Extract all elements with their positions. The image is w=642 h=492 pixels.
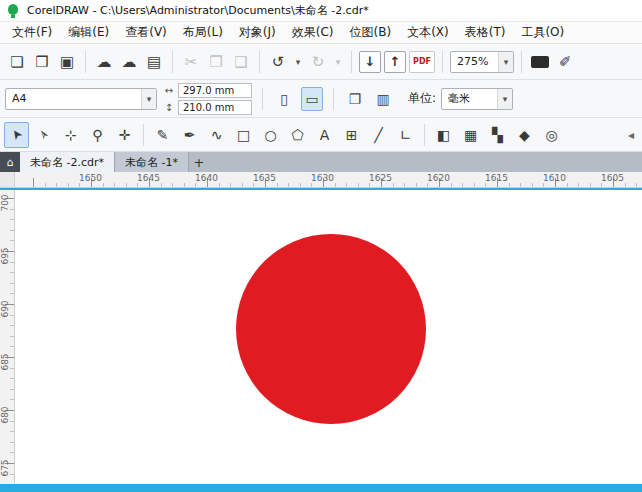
current-page-button[interactable]: ▥ [372,87,394,111]
paste-button[interactable]: ❑ [230,50,252,74]
page-dimensions-group: ↔ 297.0 mm ↕ 210.0 mm [163,83,252,115]
pan-tool[interactable]: ✛ [112,122,137,148]
zoom-caret-icon[interactable]: ▾ [498,52,513,72]
undo-button[interactable]: ↺ [267,50,289,74]
hruler-label: 1615 [485,173,508,183]
cloud-open-button[interactable]: ☁ [93,50,115,74]
menu-text[interactable]: 文本(X) [399,22,457,43]
page-size-combo[interactable]: A4 ▾ [5,88,157,110]
menu-object[interactable]: 对象(J) [231,22,284,43]
pen-tool[interactable]: ✒ [177,122,202,148]
vruler-label: 690 [0,295,10,323]
toolbar-separator [351,51,352,73]
page-size-value: A4 [6,92,141,105]
rectangle-tool[interactable]: □ [231,122,256,148]
toolbox: ➤ ➢ ⊹ ⚲ ✛ ✎ ✒ ∿ □ ○ ⬠ A ⊞ ╱ ∟ ◧ ▦ ▚ ◆ ◎ … [0,118,642,152]
page-width-field[interactable]: 297.0 mm [178,83,252,98]
redo-button[interactable]: ↻ [307,50,329,74]
save-button[interactable]: ▣ [56,50,78,74]
units-caret-icon[interactable]: ▾ [497,89,512,109]
mesh-fill-tool[interactable]: ▦ [458,122,483,148]
new-document-button[interactable]: ❏ [6,50,28,74]
tab-document-1[interactable]: 未命名 -1* [115,152,189,172]
logo-balloon [8,4,18,15]
zoom-level-combo[interactable]: 275% ▾ [450,51,514,73]
toolbox-separator [424,124,425,146]
shape-tool[interactable]: ➢ [31,122,56,148]
open-button[interactable]: ❒ [31,50,53,74]
vruler-label: 700 [0,189,10,217]
portrait-button[interactable]: ▯ [273,87,295,111]
vertical-ruler[interactable]: 700 695 690 685 680 675 [0,190,15,484]
units-label: 单位: [408,90,436,107]
menu-bitmaps[interactable]: 位图(B) [342,22,400,43]
coreldraw-window: CorelDRAW - C:\Users\Administrator\Docum… [0,0,642,492]
eyedropper-tool[interactable]: ◆ [512,122,537,148]
hruler-label: 1640 [195,173,218,183]
red-circle-object[interactable] [236,234,426,424]
ellipse-tool[interactable]: ○ [258,122,283,148]
text-tool[interactable]: A [312,122,337,148]
toolbar-separator [442,51,443,73]
propbar-separator [333,88,334,110]
menu-edit[interactable]: 编辑(E) [60,22,117,43]
cut-button[interactable]: ✂ [180,50,202,74]
freehand-tool[interactable]: ✎ [150,122,175,148]
crop-tool[interactable]: ⊹ [58,122,83,148]
new-tab-button[interactable]: + [189,152,209,172]
home-tab-icon[interactable]: ⌂ [0,152,20,172]
import-button[interactable]: ↓ [359,51,381,73]
table-tool[interactable]: ⊞ [339,122,364,148]
cloud-save-button[interactable]: ☁ [118,50,140,74]
menu-view[interactable]: 查看(V) [117,22,175,43]
horizontal-ruler[interactable]: 1650 1645 1640 1635 1630 1625 1620 1615 … [15,172,642,187]
export-button[interactable]: ↑ [384,51,406,73]
vruler-label: 685 [0,348,10,376]
fullscreen-preview-button[interactable] [529,50,551,74]
undo-dropdown-caret-icon[interactable]: ▾ [292,50,304,74]
hruler-label: 1620 [427,173,450,183]
standard-toolbar: ❏ ❒ ▣ ☁ ☁ ▤ ✂ ❐ ❑ ↺ ▾ ↻ ▾ ↓ ↑ PDF 275% ▾… [0,44,642,80]
shape-tool-icon: ➢ [34,126,53,144]
all-pages-button[interactable]: ❐ [344,87,366,111]
zoom-tool[interactable]: ⚲ [85,122,110,148]
fullscreen-icon [531,56,549,68]
ruler-origin-corner[interactable] [0,172,15,187]
options-button[interactable]: ✐ [554,50,576,74]
toolbox-scroll-left-icon[interactable]: ◂ [624,122,638,148]
redo-dropdown-caret-icon[interactable]: ▾ [332,50,344,74]
height-icon: ↕ [163,102,175,113]
hruler-label: 1625 [369,173,392,183]
transparency-tool[interactable]: ▚ [485,122,510,148]
property-bar: A4 ▾ ↔ 297.0 mm ↕ 210.0 mm ▯ ▭ ❐ ▥ 单位: 毫… [0,80,642,118]
page-height-row: ↕ 210.0 mm [163,100,252,115]
pick-tool[interactable]: ➤ [4,122,29,148]
polygon-tool[interactable]: ⬠ [285,122,310,148]
menu-bar: 文件(F) 编辑(E) 查看(V) 布局(L) 对象(J) 效果(C) 位图(B… [0,22,642,44]
print-button[interactable]: ▤ [143,50,165,74]
menu-tools[interactable]: 工具(O) [513,22,572,43]
publish-pdf-button[interactable]: PDF [409,51,435,73]
page-size-caret-icon[interactable]: ▾ [141,89,156,109]
coreldraw-logo-icon [6,3,20,19]
drawing-canvas[interactable] [15,190,642,484]
units-combo[interactable]: 毫米 ▾ [441,88,513,110]
tab-document-2[interactable]: 未命名 -2.cdr* [20,152,115,172]
interactive-fill-tool[interactable]: ◧ [431,122,456,148]
vruler-label: 695 [0,242,10,270]
menu-layout[interactable]: 布局(L) [175,22,231,43]
b-spline-tool[interactable]: ∿ [204,122,229,148]
dimension-tool[interactable]: ╱ [366,122,391,148]
title-bar: CorelDRAW - C:\Users\Administrator\Docum… [0,0,642,22]
connector-tool[interactable]: ∟ [393,122,418,148]
page-height-field[interactable]: 210.0 mm [178,100,252,115]
toolbar-separator [85,51,86,73]
menu-effects[interactable]: 效果(C) [284,22,342,43]
menu-file[interactable]: 文件(F) [4,22,60,43]
menu-table[interactable]: 表格(T) [457,22,514,43]
landscape-button[interactable]: ▭ [301,87,323,111]
copy-button[interactable]: ❐ [205,50,227,74]
pick-tool-icon: ➤ [7,126,26,144]
outline-pen-tool[interactable]: ◎ [539,122,564,148]
zoom-level-value: 275% [451,55,498,68]
